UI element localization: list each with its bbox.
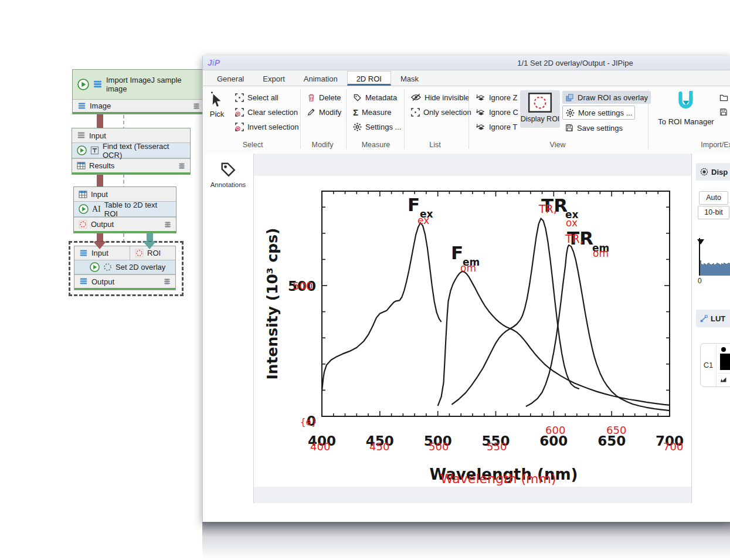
ignore-t-button[interactable]: Ignore T <box>473 120 521 133</box>
curve-F_ex <box>322 223 442 392</box>
draw-roi-overlay-toggle[interactable]: Draw ROI as overlay <box>562 91 651 104</box>
node-title: Find text (Tesseract OCR) <box>103 142 185 159</box>
curve-TR_em <box>526 245 670 410</box>
group-label-select: Select <box>226 141 279 149</box>
channel-c1-card[interactable]: C1 <box>700 343 730 387</box>
tab-general[interactable]: General <box>208 71 253 86</box>
tab-export[interactable]: Export <box>253 71 294 86</box>
more-settings-button[interactable]: More settings ... <box>562 106 635 120</box>
slot-image-output[interactable]: Image <box>73 99 205 112</box>
histogram-bars <box>700 252 730 276</box>
invert-selection-icon <box>235 123 244 131</box>
spectra-plot: 400450500550600650700FexFemTRexTRem0500I… <box>254 176 691 487</box>
slot-menu-icon[interactable] <box>164 222 171 228</box>
save-settings-button[interactable]: Save settings <box>562 121 651 134</box>
tab-animation[interactable]: Animation <box>294 71 347 86</box>
annotations-sidebar: Annotations <box>203 154 254 503</box>
text-tool-icon <box>90 146 99 155</box>
image-stack-icon <box>93 80 103 89</box>
channel-color-dot[interactable] <box>721 347 726 352</box>
channel-label: C1 <box>701 344 716 386</box>
slot-menu-icon[interactable] <box>193 103 200 109</box>
window-titlebar[interactable]: JiP 1/1 Set 2D overlay/Output - JIPipe <box>203 56 730 70</box>
node-import-sample-image[interactable]: Import ImageJ sample image Image <box>72 69 205 114</box>
slot-label: ROI <box>147 249 161 257</box>
floppy-icon <box>719 108 728 116</box>
sigma-icon: Σ <box>353 107 358 117</box>
slot-results-output[interactable]: Results <box>72 158 190 172</box>
image-viewer-canvas[interactable]: 400450500550600650700FexFemTRexTRem0500I… <box>254 154 691 503</box>
dotted-circle-icon <box>103 263 112 271</box>
tab-2d-roi[interactable]: 2D ROI <box>347 71 391 86</box>
display-settings-header[interactable]: Disp <box>696 163 730 181</box>
slot-menu-icon[interactable] <box>164 279 171 284</box>
slot-output[interactable]: Output <box>74 217 176 231</box>
imagej-logo-icon <box>675 91 697 116</box>
play-icon[interactable] <box>79 204 89 214</box>
hide-invisible-button[interactable]: Hide invisible <box>408 91 474 104</box>
modify-button[interactable]: Modify <box>304 106 344 118</box>
slot-label: Output <box>91 220 114 229</box>
node-set-2d-overlay[interactable]: Input ROI Set 2D overlay Output <box>74 246 176 290</box>
divider <box>718 373 730 374</box>
slot-label: Image <box>90 101 111 110</box>
ignore-c-button[interactable]: Ignore C <box>473 106 521 118</box>
import-roi-button[interactable]: I <box>717 91 730 104</box>
node-findtext-run[interactable]: Find text (Tesseract OCR) <box>72 142 190 158</box>
node-find-text[interactable]: Input Find text (Tesseract OCR) Results <box>72 128 191 175</box>
viewer-content: Annotations 400450500550600650700FexFemT… <box>203 154 730 503</box>
ignore-z-button[interactable]: Ignore Z <box>473 91 521 104</box>
node-setoverlay-run[interactable]: Set 2D overlay <box>74 260 175 274</box>
play-icon[interactable] <box>77 79 89 90</box>
ocr-overlay-text: 500 <box>293 280 313 292</box>
display-range-histogram[interactable]: 0 <box>698 236 730 278</box>
window-shadow <box>202 522 730 559</box>
ribbon-divider <box>468 89 469 149</box>
clear-selection-button[interactable]: Clear selection <box>232 106 301 118</box>
slot-menu-icon[interactable] <box>178 163 185 169</box>
auto-contrast-button[interactable]: Auto <box>699 191 728 205</box>
play-icon[interactable] <box>77 145 87 155</box>
node-tabletoroi-run[interactable]: AI Table to 2D text ROI <box>74 201 176 217</box>
roi-icon <box>79 220 87 229</box>
ocr-overlay-text: TR, <box>538 202 557 215</box>
slot-input[interactable]: Input <box>74 187 176 201</box>
only-selection-button[interactable]: Only selection <box>408 106 474 118</box>
spectra-image[interactable]: 400450500550600650700FexFemTRexTRem0500I… <box>254 176 691 487</box>
node-title: Set 2D overlay <box>116 263 165 271</box>
invert-selection-button[interactable]: Invert selection <box>232 120 301 133</box>
slot-output[interactable]: Output <box>74 274 175 288</box>
delete-button[interactable]: Delete <box>304 91 344 104</box>
annotations-button[interactable]: Annotations <box>203 154 253 188</box>
select-all-button[interactable]: Select all <box>232 91 301 104</box>
gear-icon <box>353 123 362 131</box>
trash-icon <box>307 93 315 102</box>
t-stack-icon <box>476 123 485 131</box>
play-icon[interactable] <box>90 262 100 272</box>
node-status-bar <box>73 112 205 114</box>
tag-icon <box>353 93 362 102</box>
node-import-header[interactable]: Import ImageJ sample image <box>73 70 205 99</box>
display-roi-button[interactable]: Display ROI <box>520 90 560 128</box>
edge-arrowhead-roi <box>143 242 156 249</box>
ocr-overlay-text: ex <box>417 215 429 226</box>
pick-button[interactable]: Pick <box>205 90 229 118</box>
settings-button[interactable]: Settings ... <box>350 120 404 133</box>
to-roi-manager-button[interactable]: To ROI Manager <box>653 91 719 126</box>
node-status-bar <box>74 288 175 290</box>
image-stack-icon <box>77 103 86 110</box>
ocr-overlay-text: TR, <box>565 232 583 245</box>
desktop: { "graph": { "nodes": { "import_node": {… <box>0 0 730 560</box>
measure-button[interactable]: Σ Measure <box>350 106 404 118</box>
overlay-layers-icon <box>565 93 574 102</box>
metadata-button[interactable]: Metadata <box>350 91 404 104</box>
lut-header[interactable]: LUT <box>696 310 730 327</box>
lut-swatch[interactable] <box>720 354 730 370</box>
bit-depth-button[interactable]: 10-bit <box>698 206 729 219</box>
node-table-to-roi[interactable]: Input AI Table to 2D text ROI Output <box>73 186 176 233</box>
slot-input[interactable]: Input <box>72 128 190 142</box>
tab-mask[interactable]: Mask <box>391 71 428 86</box>
edit-lut-icon[interactable] <box>719 375 728 383</box>
export-roi-button[interactable]: E <box>717 106 730 118</box>
viewer-window: JiP 1/1 Set 2D overlay/Output - JIPipe G… <box>202 56 730 522</box>
